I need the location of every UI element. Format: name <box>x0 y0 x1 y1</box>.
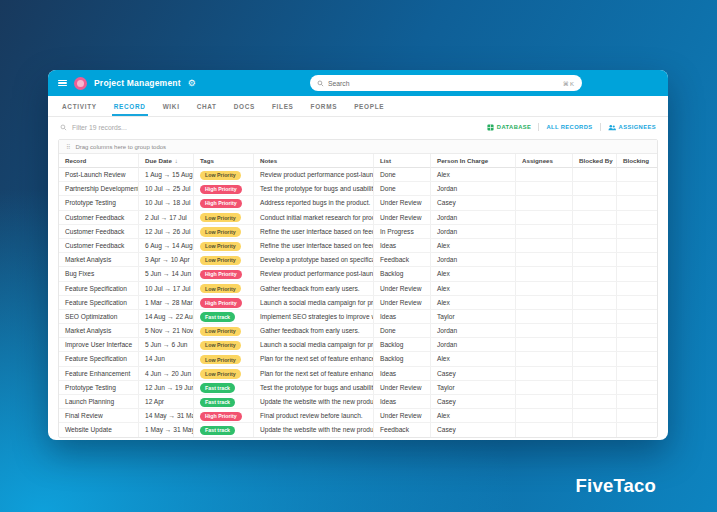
tab-record[interactable]: RECORD <box>112 96 148 116</box>
group-by-hint: Drag columns here to group todos <box>75 144 166 150</box>
hamburger-menu-icon[interactable] <box>58 80 67 87</box>
tab-activity[interactable]: ACTIVITY <box>60 96 99 116</box>
table-row[interactable]: SEO Optimization 14 Aug → 22 Aug Fast tr… <box>59 310 657 324</box>
tab-forms[interactable]: FORMS <box>309 96 340 116</box>
tab-chat[interactable]: CHAT <box>195 96 219 116</box>
record-cell[interactable]: Prototype Testing <box>59 381 139 394</box>
record-cell[interactable]: SEO Optimization <box>59 310 139 323</box>
tag-pill: High Priority <box>200 185 242 194</box>
fivetaco-logo: FiveTaco <box>576 475 656 497</box>
table-row[interactable]: Feature Specification 10 Jul → 17 Jul Lo… <box>59 282 657 296</box>
due-date-cell: 10 Jul → 25 Jul <box>139 182 194 195</box>
tags-cell: High Priority <box>194 182 254 195</box>
column-header-person-in-charge[interactable]: Person In Charge <box>431 154 516 168</box>
person-cell: Jordan <box>431 225 516 238</box>
record-cell[interactable]: Feature Enhancement <box>59 367 139 380</box>
list-cell: Ideas <box>374 367 431 380</box>
assignees-button[interactable]: ASSIGNEES <box>608 124 656 131</box>
table-row[interactable]: Customer Feedback 2 Jul → 17 Jul Low Pri… <box>59 211 657 225</box>
assignees-cell <box>516 324 573 337</box>
assignees-cell <box>516 211 573 224</box>
filter-records-input[interactable]: Filter 19 records... <box>72 124 482 131</box>
person-cell: Alex <box>431 168 516 181</box>
blocking-cell <box>617 182 657 195</box>
tab-wiki[interactable]: WIKI <box>161 96 182 116</box>
table-row[interactable]: Final Review 14 May → 31 May High Priori… <box>59 409 657 423</box>
table-row[interactable]: Feature Enhancement 4 Jun → 20 Jun Low P… <box>59 367 657 381</box>
column-header-due-date[interactable]: Due Date↓ <box>139 154 194 168</box>
table-row[interactable]: Feature Specification 14 Jun Low Priorit… <box>59 352 657 366</box>
column-header-notes[interactable]: Notes <box>254 154 374 168</box>
table-row[interactable]: Prototype Testing 10 Jul → 18 Jul High P… <box>59 196 657 210</box>
column-header-blocked-by[interactable]: Blocked By <box>573 154 617 168</box>
tag-pill: Fast track <box>200 398 235 407</box>
record-cell[interactable]: Market Analysis <box>59 253 139 266</box>
notes-cell: Plan for the next set of feature enhance… <box>254 352 374 365</box>
notes-cell: Update the website with the new product. <box>254 395 374 408</box>
assignees-cell <box>516 381 573 394</box>
table-row[interactable]: Feature Specification 1 Mar → 28 Mar Hig… <box>59 296 657 310</box>
record-cell[interactable]: Customer Feedback <box>59 225 139 238</box>
tags-cell: Low Priority <box>194 324 254 337</box>
table-row[interactable]: Website Update 1 May → 31 May Fast track… <box>59 423 657 436</box>
table-row[interactable]: Improve User Interface 5 Jun → 6 Jun Low… <box>59 338 657 352</box>
column-header-list[interactable]: List <box>374 154 431 168</box>
tab-docs[interactable]: DOCS <box>232 96 257 116</box>
tags-cell: High Priority <box>194 296 254 309</box>
app-logo-icon <box>74 77 87 90</box>
person-cell: Jordan <box>431 211 516 224</box>
tab-people[interactable]: PEOPLE <box>352 96 386 116</box>
database-view-button[interactable]: DATABASE <box>487 124 532 131</box>
table-row[interactable]: Prototype Testing 12 Jun → 19 Jun Fast t… <box>59 381 657 395</box>
due-date-cell: 1 Aug → 15 Aug <box>139 168 194 181</box>
record-cell[interactable]: Feature Specification <box>59 352 139 365</box>
table-row[interactable]: Launch Planning 12 Apr Fast track Update… <box>59 395 657 409</box>
column-header-blocking[interactable]: Blocking <box>617 154 657 168</box>
column-header-assignees[interactable]: Assignees <box>516 154 573 168</box>
table-row[interactable]: Market Analysis 3 Apr → 10 Apr Low Prior… <box>59 253 657 267</box>
notes-cell: Gather feedback from early users. <box>254 324 374 337</box>
list-cell: Done <box>374 324 431 337</box>
settings-gear-icon[interactable]: ⚙ <box>188 79 196 88</box>
table-row[interactable]: Partnership Development 10 Jul → 25 Jul … <box>59 182 657 196</box>
blocked-by-cell <box>573 381 617 394</box>
tab-files[interactable]: FILES <box>270 96 296 116</box>
record-cell[interactable]: Improve User Interface <box>59 338 139 351</box>
record-cell[interactable]: Launch Planning <box>59 395 139 408</box>
blocked-by-cell <box>573 395 617 408</box>
table-row[interactable]: Customer Feedback 12 Jul → 26 Jul Low Pr… <box>59 225 657 239</box>
column-header-tags[interactable]: Tags <box>194 154 254 168</box>
assignees-cell <box>516 182 573 195</box>
due-date-cell: 1 Mar → 28 Mar <box>139 296 194 309</box>
record-cell[interactable]: Final Review <box>59 409 139 422</box>
all-records-button[interactable]: ALL RECORDS <box>546 124 592 130</box>
record-cell[interactable]: Partnership Development <box>59 182 139 195</box>
table-row[interactable]: Post-Launch Review 1 Aug → 15 Aug Low Pr… <box>59 168 657 182</box>
person-cell: Alex <box>431 409 516 422</box>
blocked-by-cell <box>573 282 617 295</box>
table-row[interactable]: Bug Fixes 5 Jun → 14 Jun High Priority R… <box>59 267 657 281</box>
record-cell[interactable]: Post-Launch Review <box>59 168 139 181</box>
record-cell[interactable]: Feature Specification <box>59 296 139 309</box>
column-header-record[interactable]: Record <box>59 154 139 168</box>
blocking-cell <box>617 310 657 323</box>
database-grid-icon <box>487 124 494 131</box>
table-row[interactable]: Customer Feedback 6 Aug → 14 Aug Low Pri… <box>59 239 657 253</box>
global-search-input[interactable]: Search ⌘K <box>310 75 582 91</box>
record-cell[interactable]: Website Update <box>59 423 139 436</box>
record-cell[interactable]: Feature Specification <box>59 282 139 295</box>
blocking-cell <box>617 381 657 394</box>
record-cell[interactable]: Bug Fixes <box>59 267 139 280</box>
due-date-cell: 14 May → 31 May <box>139 409 194 422</box>
record-cell[interactable]: Prototype Testing <box>59 196 139 209</box>
group-by-dropzone[interactable]: ⠿ Drag columns here to group todos <box>59 140 657 154</box>
table-row[interactable]: Market Analysis 5 Nov → 21 Nov Low Prior… <box>59 324 657 338</box>
record-cell[interactable]: Customer Feedback <box>59 239 139 252</box>
tags-cell: Low Priority <box>194 225 254 238</box>
record-cell[interactable]: Customer Feedback <box>59 211 139 224</box>
blocked-by-cell <box>573 239 617 252</box>
blocked-by-cell <box>573 253 617 266</box>
sort-desc-icon: ↓ <box>175 158 178 164</box>
record-cell[interactable]: Market Analysis <box>59 324 139 337</box>
list-cell: Feedback <box>374 423 431 436</box>
